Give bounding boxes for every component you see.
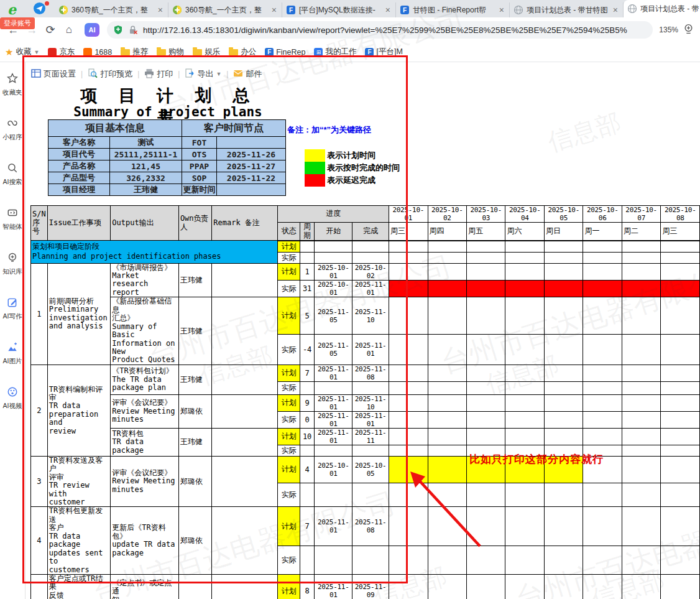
1688-icon xyxy=(83,48,92,57)
bookmark-item[interactable]: 京东 xyxy=(48,47,75,57)
info-cell: FOT xyxy=(182,137,217,149)
browser-tab[interactable]: F甘特图 - FineReport帮× xyxy=(396,2,510,17)
sidebar-item-star[interactable]: 收藏夹 xyxy=(0,62,25,107)
notification-dot xyxy=(45,1,49,6)
gantt-day-cell xyxy=(389,574,428,599)
gantt-day-cell xyxy=(583,546,622,574)
tab-close-icon[interactable]: × xyxy=(384,5,392,15)
login-badge[interactable]: 登录账号 xyxy=(0,17,35,29)
tab-title: 项目计划总表 - 带 xyxy=(640,4,700,14)
mail-icon xyxy=(233,68,243,80)
browser-tab[interactable]: F[平台]MySQL数据连接-× xyxy=(282,2,396,17)
gantt-cell: 2025-11-09 xyxy=(352,574,389,599)
insecure-lock-icon[interactable] xyxy=(128,25,138,35)
ai-assistant-button[interactable]: AI xyxy=(85,23,99,37)
gantt-day-cell xyxy=(544,507,583,546)
bookmark-item[interactable]: 推荐 xyxy=(121,47,148,57)
toolbar-label: 页面设置 xyxy=(44,68,76,80)
toolbar-label: 打印 xyxy=(157,68,173,80)
address-bar[interactable]: http://172.16.13.45:18301/digiwin/kanban… xyxy=(107,21,653,39)
col-header-status: 状态 xyxy=(278,223,300,241)
chevron-down-icon: ▼ xyxy=(216,71,221,77)
page-zoom-level[interactable]: 135% xyxy=(659,26,678,34)
gantt-day-cell xyxy=(428,297,466,335)
bookmark-item[interactable]: FFineRep xyxy=(265,48,305,57)
tab-close-icon[interactable]: × xyxy=(157,5,164,15)
browser-tab[interactable]: 项目计划总表 - 带甘特图× xyxy=(510,2,624,17)
sidebar-item-image[interactable]: AI图片 xyxy=(0,331,25,376)
col-header-sn: S/N 序号 xyxy=(31,206,48,241)
gantt-cell: 2025-11-05 xyxy=(315,335,352,365)
bookmark-label: 收藏 xyxy=(16,47,31,57)
gantt-cell: 9 xyxy=(300,394,314,411)
sidebar-item-search[interactable]: AI搜索 xyxy=(0,152,25,197)
bookmark-item[interactable]: 购物 xyxy=(157,47,184,57)
toolbar-mail-button[interactable]: 邮件 xyxy=(233,68,262,80)
url-text[interactable]: http://172.16.13.45:18301/digiwin/kanban… xyxy=(143,26,627,35)
status-actual-cell: 实际 xyxy=(278,483,300,507)
bookmark-item[interactable]: F[平台]M xyxy=(365,47,402,57)
refresh-button[interactable]: ⟳ xyxy=(41,23,60,37)
col-header-remark: Remark 备注 xyxy=(212,206,278,241)
day-header-week: 周日 xyxy=(544,223,583,241)
gantt-day-cell xyxy=(661,280,700,297)
sidebar-item-video[interactable]: AI视频 xyxy=(0,376,25,420)
gantt-day-cell xyxy=(661,428,700,445)
gantt-day-cell xyxy=(583,263,622,280)
reader-zoom-icon[interactable] xyxy=(683,24,694,36)
gantt-day-cell xyxy=(466,546,505,574)
bookmark-item[interactable]: 1688 xyxy=(83,48,112,57)
tab-close-icon[interactable]: × xyxy=(498,5,505,15)
gantt-day-cell xyxy=(661,241,700,253)
bookmark-item[interactable]: ⊞我的工作 xyxy=(314,47,356,57)
info-cell: PPAP xyxy=(182,160,217,172)
bookmark-item[interactable]: ★收藏 ▼ xyxy=(5,47,39,58)
toolbar-preview-button[interactable]: 打印预览 xyxy=(88,68,132,80)
browser-tab[interactable]: 360导航_一个主页，整× xyxy=(168,2,282,17)
shield-plus-icon[interactable] xyxy=(113,25,123,35)
bookmark-item[interactable]: 娱乐 xyxy=(193,47,220,57)
gantt-day-cell xyxy=(661,297,700,335)
bookmark-item[interactable]: 办公 xyxy=(229,47,256,57)
gantt-cell: 1 xyxy=(300,263,314,280)
row-sn: 2 xyxy=(31,365,48,456)
browser-tab[interactable]: 360导航_一个主页，整× xyxy=(55,2,168,17)
gantt-day-cell xyxy=(428,483,466,507)
sidebar-item-label: 智能体 xyxy=(2,223,22,231)
browser-360-logo-icon[interactable]: e xyxy=(7,1,16,17)
status-actual-cell: 实际 xyxy=(278,280,300,297)
gantt-cell xyxy=(352,483,389,507)
gantt-day-cell xyxy=(544,546,583,574)
toolbar-export-button[interactable]: 导出▼ xyxy=(185,68,221,80)
toolbar-print-button[interactable]: 打印 xyxy=(144,68,173,80)
sidebar-item-miniapp[interactable]: 小程序 xyxy=(0,107,25,152)
info-cell: 项目经理 xyxy=(48,184,110,196)
gantt-day-cell xyxy=(428,394,466,411)
home-button[interactable]: ⌂ xyxy=(60,24,78,36)
col-header-issue: Issue工作事项 xyxy=(47,206,111,241)
row-owner: 王玮健 xyxy=(178,365,211,394)
gantt-day-cell xyxy=(389,252,428,263)
gantt-cell: 2025-11-10 xyxy=(352,297,389,335)
info-cell: 121,45 xyxy=(110,160,182,172)
svg-text:F: F xyxy=(403,7,407,14)
folder-icon xyxy=(157,49,166,55)
sidebar-item-write[interactable]: AI写作 xyxy=(0,286,25,331)
browser-tab[interactable]: 项目计划总表 - 带 xyxy=(624,0,700,17)
messenger-icon[interactable] xyxy=(34,2,45,14)
toolbar-pagesetup-button[interactable]: 页面设置 xyxy=(31,68,76,80)
tab-close-icon[interactable]: × xyxy=(270,5,278,15)
sidebar-item-knowledge[interactable]: 知识库 xyxy=(0,241,25,286)
row-remark xyxy=(212,456,278,507)
gantt-day-cell xyxy=(544,483,583,507)
row-output: 《新品报价基础信息 汇总》 Summary of Basic Informati… xyxy=(111,297,179,365)
gantt-cell: 2025-11-01 xyxy=(315,411,352,428)
gantt-area: S/N 序号Issue工作事项Output输出Own负责人Remark 备注进度… xyxy=(30,205,700,599)
status-plan-cell: 计划 xyxy=(278,365,300,381)
sidebar-item-agent[interactable]: 智能体 xyxy=(0,197,25,241)
gantt-day-cell xyxy=(544,394,583,411)
gantt-day-cell xyxy=(622,394,660,411)
gantt-cell: 2025-11-08 xyxy=(352,507,389,546)
tab-close-icon[interactable]: × xyxy=(612,5,619,15)
gantt-day-cell xyxy=(583,428,622,445)
